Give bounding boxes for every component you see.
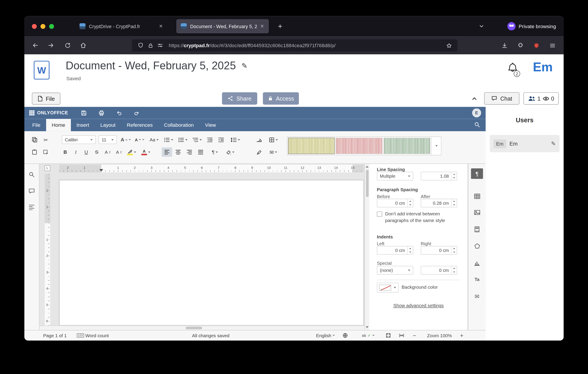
select-all-icon[interactable] (41, 147, 51, 157)
menu-tab-insert[interactable]: Insert (71, 119, 95, 131)
image-settings-icon[interactable] (471, 207, 483, 217)
tracking-shield-icon[interactable] (136, 41, 146, 50)
paste-icon[interactable] (30, 147, 40, 157)
tab-cryptdrive[interactable]: CryptDrive - CryptPad.fr × (75, 19, 168, 33)
clear-style-icon[interactable] (254, 135, 264, 144)
scroll-down-icon[interactable] (366, 326, 369, 328)
zoom-window-button[interactable] (49, 24, 54, 29)
justify-icon[interactable] (195, 147, 206, 157)
horizontal-ruler[interactable]: 21123456789101112131415 (59, 165, 364, 173)
collapse-toolbar-button[interactable] (469, 93, 479, 104)
minimize-window-button[interactable] (41, 24, 45, 29)
vertical-ruler[interactable]: 21123456 (44, 174, 50, 325)
zoom-in-icon[interactable]: + (460, 330, 463, 341)
ublock-icon[interactable] (530, 40, 542, 52)
url-bar[interactable]: https://cryptpad.fr/doc/#/3/doc/edit/ff0… (132, 40, 458, 52)
menu-tab-view[interactable]: View (200, 119, 221, 131)
shading-icon[interactable] (223, 147, 237, 157)
notifications-button[interactable]: 2 (507, 62, 520, 77)
line-spacing-icon[interactable] (228, 135, 242, 144)
print-icon[interactable] (97, 108, 106, 117)
spin-down-icon[interactable] (452, 176, 457, 180)
word-count-button[interactable]: 123 Word count (77, 330, 109, 341)
search-panel-icon[interactable] (29, 171, 35, 178)
editor-user-badge[interactable]: E (472, 108, 481, 117)
tab-selector-box[interactable]: L (44, 165, 50, 171)
bullets-icon[interactable] (162, 135, 175, 144)
strikethrough-icon[interactable]: S (92, 147, 102, 157)
new-tab-button[interactable]: + (275, 21, 285, 31)
list-tabs-chevron-icon[interactable] (476, 21, 487, 31)
style-gallery-expand-icon[interactable] (431, 136, 441, 155)
user-avatar[interactable]: Em (533, 60, 553, 74)
spin-up-icon[interactable] (408, 246, 413, 250)
menu-tab-file[interactable]: File (27, 119, 46, 131)
language-select[interactable]: English (316, 330, 335, 341)
align-left-icon[interactable] (162, 147, 172, 157)
search-icon[interactable] (474, 121, 480, 128)
close-window-button[interactable] (32, 24, 37, 29)
menu-tab-layout[interactable]: Layout (94, 119, 121, 131)
subscript-icon[interactable]: A2 (114, 147, 124, 157)
mail-merge-icon[interactable]: ✉ (266, 147, 281, 157)
edit-user-icon[interactable]: ✎ (551, 140, 556, 147)
interval-checkbox[interactable] (377, 212, 382, 217)
font-color-icon[interactable]: A (139, 147, 153, 157)
indent-marker-icon[interactable] (99, 169, 103, 172)
cut-icon[interactable]: ✂ (41, 135, 51, 144)
header-footer-settings-icon[interactable] (471, 224, 483, 234)
underline-icon[interactable]: U (81, 147, 91, 157)
nonprinting-chars-icon[interactable]: ¶ (208, 147, 221, 157)
home-icon[interactable] (77, 40, 89, 52)
edit-title-icon[interactable]: ✎ (242, 62, 247, 70)
font-name-select[interactable]: Calibri (62, 135, 95, 144)
download-icon[interactable] (498, 40, 510, 52)
horizontal-scrollbar-thumb[interactable] (186, 327, 202, 329)
superscript-icon[interactable]: A2 (102, 147, 113, 157)
menu-tab-home[interactable]: Home (46, 119, 71, 131)
copy-style-icon[interactable] (254, 147, 264, 157)
special-select[interactable]: (none) (377, 266, 413, 274)
copy-icon[interactable] (30, 135, 40, 144)
shape-settings-icon[interactable] (471, 241, 483, 251)
spacing-before-spinner[interactable]: 0 cm (377, 199, 413, 207)
spin-up-icon[interactable] (408, 199, 413, 203)
fit-width-icon[interactable] (399, 330, 405, 341)
comments-panel-icon[interactable] (29, 188, 35, 195)
font-size-select[interactable]: 11 (99, 135, 116, 144)
multilevel-list-icon[interactable] (190, 135, 204, 144)
numbering-icon[interactable] (176, 135, 189, 144)
decrease-indent-icon[interactable] (204, 135, 215, 144)
paragraph-settings-icon[interactable]: ¶ (471, 168, 483, 179)
zoom-out-icon[interactable]: − (413, 330, 416, 341)
permissions-icon[interactable] (155, 41, 165, 50)
spin-up-icon[interactable] (452, 199, 457, 203)
spin-down-icon[interactable] (408, 203, 413, 207)
spin-up-icon[interactable] (452, 246, 457, 250)
increase-indent-icon[interactable] (216, 135, 226, 144)
vertical-scrollbar-thumb[interactable] (366, 170, 369, 197)
share-button[interactable]: Share (222, 92, 257, 104)
style-preview-3[interactable] (384, 138, 430, 154)
special-spinner[interactable]: 0 cm (421, 266, 457, 274)
textart-settings-icon[interactable]: Ta (471, 274, 483, 284)
spin-down-icon[interactable] (452, 270, 457, 274)
line-spacing-spinner[interactable]: 1.08 (421, 172, 457, 180)
participants-button[interactable]: 1 0 (524, 92, 559, 104)
scroll-up-icon[interactable] (366, 166, 369, 167)
access-button[interactable]: Access (263, 92, 299, 104)
italic-icon[interactable]: I (71, 147, 81, 157)
fit-page-icon[interactable] (386, 330, 391, 341)
save-icon[interactable] (79, 108, 88, 117)
bookmark-star-icon[interactable] (444, 41, 454, 50)
user-list-item[interactable]: Em Em ✎ (490, 135, 560, 152)
indent-left-spinner[interactable]: 0 cm (377, 246, 413, 255)
globe-language-icon[interactable] (342, 330, 348, 341)
background-color-button[interactable] (377, 283, 399, 292)
mail-merge-settings-icon[interactable]: ✉ (471, 291, 483, 302)
chat-button[interactable]: Chat (484, 92, 519, 104)
close-tab-icon[interactable]: × (258, 23, 266, 30)
spacing-after-spinner[interactable]: 0.28 cm (421, 199, 457, 207)
close-tab-icon[interactable]: × (157, 23, 165, 30)
file-menu-button[interactable]: File (32, 93, 61, 104)
